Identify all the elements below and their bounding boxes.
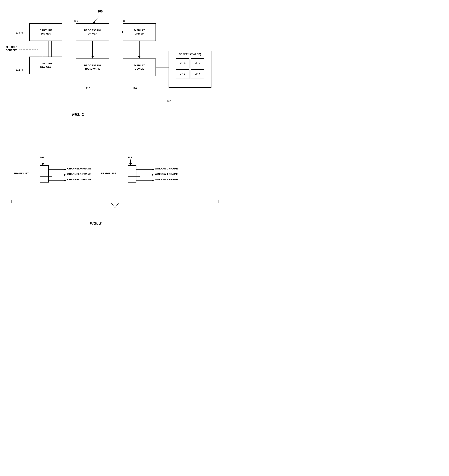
svg-marker-32: [64, 179, 66, 181]
ref-122: 122: [167, 99, 171, 102]
svg-line-0: [94, 16, 99, 23]
screen-box: SCREEN (TV/LCD) CH 1 CH 2 CH 3 CH 4: [168, 51, 211, 88]
left-frame-row-1: [40, 171, 52, 177]
fig1-diagram: 100: [4, 8, 221, 117]
window-1-frame-label: WINDOW 1 FRAME: [155, 173, 178, 176]
svg-marker-9: [138, 56, 140, 58]
ch4-box: CH 4: [191, 69, 204, 79]
left-frame-list-label: FRAME LIST: [14, 172, 29, 175]
processing-hardware-box: PROCESSINGHARDWARE: [76, 58, 109, 76]
ref-104: 104 ◄: [16, 31, 23, 34]
ref-108: 108: [120, 19, 125, 23]
svg-marker-38: [152, 179, 154, 181]
svg-marker-30: [64, 174, 66, 176]
window-0-frame-label: WINDOW 0 FRAME: [155, 167, 178, 170]
multiple-sources-label: MULTIPLESOURCES: [6, 46, 17, 52]
fig3-svg: [4, 156, 221, 230]
fig1-caption: FIG. 1: [72, 112, 84, 117]
ref-106: 106: [74, 19, 78, 23]
ch3-box: CH 3: [176, 69, 189, 79]
svg-marker-7: [91, 56, 94, 58]
channel-0-frame-label: CHANNEL 0 FRAME: [67, 167, 91, 170]
window-2-frame-label: WINDOW 2 FRAME: [155, 178, 178, 181]
left-frame-list-box: [40, 165, 49, 182]
svg-marker-24: [42, 163, 44, 165]
processing-driver-box: PROCESSINGDRIVER: [76, 23, 109, 41]
ref-100: 100: [97, 10, 103, 13]
channel-2-frame-label: CHANNEL 2 FRAME: [67, 178, 91, 181]
capture-devices-box: CAPTUREDEVICES: [29, 57, 62, 74]
capture-driver-box: CAPTUREDRIVER: [29, 23, 62, 41]
svg-marker-1: [93, 22, 95, 23]
right-frame-row-0: [128, 166, 140, 171]
right-frame-list-label: FRAME LIST: [101, 172, 116, 175]
svg-marker-36: [152, 174, 154, 176]
fig3-diagram: 302 304: [4, 156, 221, 230]
spacer: [4, 117, 221, 140]
ref-110: 110: [86, 87, 90, 90]
right-frame-row-1: [128, 171, 140, 177]
fig3-caption: FIG. 3: [90, 221, 101, 226]
display-device-box: DISPLAYDEVICE: [123, 58, 156, 76]
left-frame-row-0: [40, 166, 52, 171]
ch1-box: CH 1: [176, 58, 189, 68]
left-frame-row-2: [40, 177, 52, 182]
diagram-container: 100: [0, 0, 224, 234]
right-frame-row-2: [128, 177, 140, 182]
display-driver-box: DISPLAYDRIVER: [123, 23, 156, 41]
ref-304: 304: [128, 156, 132, 159]
ref-120: 120: [133, 87, 137, 90]
channel-1-frame-label: CHANNEL 1 FRAME: [67, 173, 91, 176]
right-frame-list-box: [128, 165, 136, 182]
svg-marker-26: [129, 163, 132, 165]
ch2-box: CH 2: [191, 58, 204, 68]
svg-marker-28: [64, 169, 66, 170]
svg-marker-34: [152, 169, 154, 170]
ref-302: 302: [40, 156, 44, 159]
ref-102: 102 ◄: [16, 68, 23, 71]
